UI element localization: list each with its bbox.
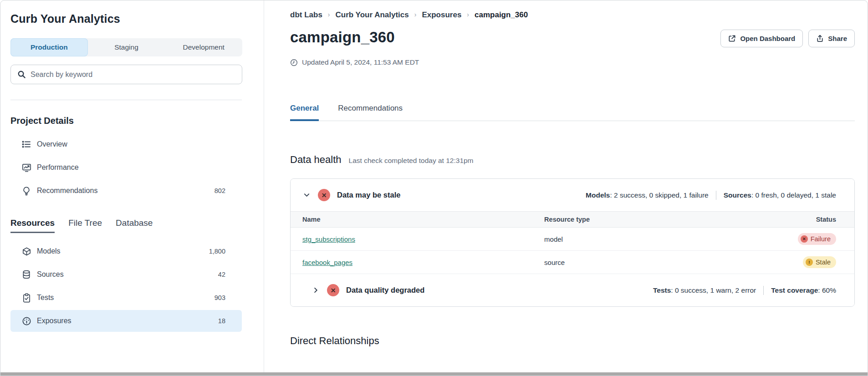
- project-title: Curb Your Analytics: [10, 12, 242, 25]
- env-tab-staging[interactable]: Staging: [88, 38, 165, 56]
- search-input[interactable]: [31, 71, 235, 79]
- quality-panel-title: Data quality degraded: [346, 286, 424, 295]
- sidebar-item-label: Overview: [37, 140, 67, 148]
- expand-button[interactable]: [311, 286, 320, 295]
- sources-stat-value: : 0 fresh, 0 delayed, 1 stale: [751, 191, 836, 199]
- sidebar-item-label: Models: [37, 247, 61, 255]
- sidebar-item-tests[interactable]: Tests 903: [10, 287, 242, 309]
- direct-relationships-heading: Direct Relationships: [290, 335, 855, 347]
- resource-type: model: [544, 228, 753, 251]
- window-bottom-edge: [0, 372, 868, 376]
- sidebar-item-overview[interactable]: Overview: [10, 133, 242, 155]
- stats-divider: [716, 191, 716, 200]
- status-badge: !Stale: [803, 256, 836, 268]
- data-health-heading: Data health: [290, 154, 342, 166]
- env-tab-production[interactable]: Production: [10, 38, 88, 56]
- sidebar-item-label: Performance: [37, 163, 79, 172]
- share-label: Share: [828, 35, 847, 42]
- tab-recommendations[interactable]: Recommendations: [338, 104, 403, 121]
- table-header-row: Name Resource type Status: [291, 212, 854, 228]
- environment-switcher: Production Staging Development: [10, 38, 242, 56]
- sidebar-item-performance[interactable]: Performance: [10, 157, 242, 178]
- breadcrumb-project[interactable]: Curb Your Analytics: [336, 10, 409, 20]
- sidebar-item-label: Tests: [37, 294, 54, 302]
- failure-icon: ✕: [801, 235, 808, 243]
- error-status-icon: ✕: [318, 189, 330, 201]
- breadcrumb-separator: ›: [414, 11, 417, 18]
- cube-icon: [21, 246, 31, 256]
- lightbulb-icon: [21, 186, 31, 196]
- sidebar-item-label: Sources: [37, 270, 64, 279]
- table-row: facebook_pages source !Stale: [291, 251, 854, 274]
- page-title: campaign_360: [290, 29, 395, 46]
- tab-database[interactable]: Database: [116, 218, 153, 233]
- breadcrumb-dbt-labs[interactable]: dbt Labs: [290, 10, 322, 20]
- data-health-last-check: Last check completed today at 12:31pm: [349, 157, 474, 165]
- sidebar-item-count: 802: [214, 187, 225, 194]
- open-dashboard-label: Open Dashboard: [740, 35, 795, 42]
- status-label: Failure: [811, 235, 831, 243]
- sidebar-item-count: 903: [214, 294, 225, 301]
- sidebar-item-count: 1,800: [209, 248, 225, 255]
- quality-panel-header[interactable]: ✕ Data quality degraded Tests: 0 success…: [291, 274, 854, 306]
- app-window: Curb Your Analytics Production Staging D…: [0, 0, 868, 376]
- resource-type: source: [544, 251, 753, 274]
- sidebar-item-recommendations[interactable]: Recommendations 802: [10, 180, 242, 202]
- share-button[interactable]: Share: [808, 30, 855, 47]
- sidebar: Curb Your Analytics Production Staging D…: [0, 0, 264, 376]
- coverage-stat-value: : 60%: [818, 286, 836, 294]
- stale-panel-stats: Models: 2 success, 0 skipped, 1 failure …: [586, 191, 836, 200]
- external-link-icon: [728, 35, 736, 42]
- sidebar-item-exposures[interactable]: Exposures 18: [10, 310, 242, 332]
- stale-panel-title: Data may be stale: [337, 191, 400, 199]
- collapse-button[interactable]: [302, 191, 311, 199]
- breadcrumb-separator: ›: [467, 11, 469, 18]
- models-stat-value: : 2 success, 0 skipped, 1 failure: [610, 191, 708, 199]
- database-icon: [21, 269, 31, 279]
- sidebar-item-sources[interactable]: Sources 42: [10, 264, 242, 285]
- sidebar-item-label: Recommendations: [37, 187, 97, 195]
- tests-stat-label: Tests: [653, 286, 671, 294]
- resources-nav: Models 1,800 Sources 42 Tests 903: [10, 240, 242, 332]
- env-tab-development[interactable]: Development: [165, 38, 242, 56]
- resource-link[interactable]: facebook_pages: [302, 259, 352, 266]
- status-badge: ✕Failure: [798, 233, 836, 245]
- sidebar-item-count: 18: [218, 317, 225, 325]
- tab-resources[interactable]: Resources: [10, 218, 55, 233]
- tab-file-tree[interactable]: File Tree: [68, 218, 102, 233]
- sidebar-item-label: Exposures: [37, 317, 71, 325]
- stale-panel-header[interactable]: ✕ Data may be stale Models: 2 success, 0…: [291, 179, 854, 211]
- sidebar-divider: [10, 100, 242, 100]
- sidebar-item-models[interactable]: Models 1,800: [10, 240, 242, 262]
- data-health-card: ✕ Data may be stale Models: 2 success, 0…: [290, 178, 855, 307]
- breadcrumb-separator: ›: [328, 11, 330, 18]
- action-buttons: Open Dashboard Share: [720, 30, 855, 47]
- sidebar-search[interactable]: [10, 65, 242, 84]
- title-row: campaign_360 Open Dashboard Share: [290, 29, 855, 47]
- breadcrumb: dbt Labs › Curb Your Analytics › Exposur…: [290, 10, 855, 20]
- project-details-nav: Overview Performance Recommendations 802: [10, 133, 242, 202]
- breadcrumb-exposures[interactable]: Exposures: [422, 10, 461, 20]
- warning-icon: !: [806, 259, 813, 266]
- chevron-right-icon: [312, 287, 319, 294]
- quality-panel-stats: Tests: 0 success, 1 warn, 2 error Test c…: [653, 286, 836, 295]
- page-tabs: General Recommendations: [290, 104, 855, 121]
- sidebar-item-count: 42: [218, 271, 225, 278]
- column-header-status: Status: [753, 212, 854, 228]
- updated-timestamp: Updated April 5, 2024, 11:53 AM EDT: [290, 58, 855, 66]
- data-health-heading-row: Data health Last check completed today a…: [290, 154, 855, 166]
- chevron-down-icon: [303, 192, 310, 198]
- error-status-icon: ✕: [327, 284, 339, 296]
- clipboard-check-icon: [21, 293, 31, 303]
- resource-link[interactable]: stg_subscriptions: [302, 235, 355, 243]
- search-icon: [17, 70, 26, 79]
- tests-stat-value: : 0 success, 1 warn, 2 error: [671, 286, 756, 294]
- tab-general[interactable]: General: [290, 104, 319, 121]
- table-row: stg_subscriptions model ✕Failure: [291, 228, 854, 251]
- stale-resources-table: Name Resource type Status stg_subscripti…: [291, 211, 854, 274]
- stats-divider: [763, 286, 764, 295]
- breadcrumb-current: campaign_360: [475, 10, 528, 20]
- status-label: Stale: [816, 259, 831, 266]
- sources-stat-label: Sources: [724, 191, 751, 199]
- open-dashboard-button[interactable]: Open Dashboard: [720, 30, 803, 47]
